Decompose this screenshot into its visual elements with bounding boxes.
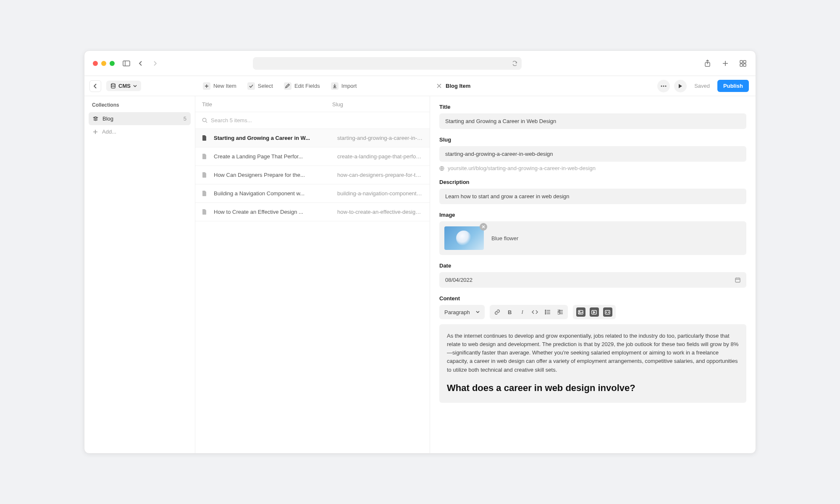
refresh-icon[interactable] [512,60,517,66]
share-icon[interactable] [704,59,712,68]
svg-point-16 [545,313,546,314]
slug-label: Slug [439,136,746,143]
svg-point-10 [663,85,664,87]
style-dropdown[interactable]: Paragraph [439,305,485,319]
list-item[interactable]: How to Create an Effective Design ... ho… [195,203,430,221]
calendar-icon [735,277,740,283]
insert-image-icon[interactable] [576,307,585,317]
import-button[interactable]: Import [328,81,360,92]
code-icon[interactable] [531,308,539,316]
content-heading: What does a career in web design involve… [447,381,739,395]
edit-fields-button[interactable]: Edit Fields [281,81,323,92]
image-picker[interactable]: Blue flower [439,221,746,255]
saved-status: Saved [694,83,710,89]
back-button[interactable] [89,80,101,92]
nav-back-icon[interactable] [136,59,145,68]
insert-video-icon[interactable] [590,307,599,317]
publish-button[interactable]: Publish [717,80,749,92]
sidebar-heading: Collections [89,102,191,112]
svg-point-14 [545,310,546,311]
title-input[interactable]: Starting and Growing a Career in Web Des… [439,113,746,129]
maximize-window-button[interactable] [110,61,115,66]
svg-rect-5 [740,64,743,66]
preview-button[interactable] [674,80,687,92]
content-label: Content [439,295,746,302]
rte-toolbar: Paragraph B I 123 [439,305,746,319]
new-tab-icon[interactable] [721,59,730,68]
nav-forward-icon[interactable] [151,59,159,68]
tabs-overview-icon[interactable] [739,59,747,68]
close-panel-button[interactable] [437,84,441,88]
chevron-down-icon [133,85,137,87]
url-bar[interactable] [253,57,522,70]
image-label: Image [439,212,746,218]
content-editor[interactable]: As the internet continues to develop and… [439,324,746,403]
list-item[interactable]: Starting and Growing a Career in W... st… [195,129,430,147]
svg-rect-13 [735,278,740,282]
checkbox-icon [247,82,255,90]
bold-icon[interactable]: B [506,308,514,316]
minimize-window-button[interactable] [101,61,106,66]
image-thumbnail [444,226,484,250]
description-input[interactable]: Learn how to start and grow a career in … [439,189,746,204]
slug-input[interactable]: starting-and-growing-a-career-in-web-des… [439,146,746,162]
app-window: CMS New Item Select Edit Fields [84,50,756,454]
date-input[interactable]: 08/04/2022 [439,272,746,288]
column-slug: Slug [332,101,423,108]
list-item[interactable]: How Can Designers Prepare for the... how… [195,166,430,184]
document-icon [202,135,208,141]
remove-image-button[interactable] [480,223,487,231]
cms-app: CMS New Item Select Edit Fields [84,76,756,453]
item-editor-panel: Blog Item Saved Publish Title Starting a… [430,96,756,453]
title-label: Title [439,104,746,110]
image-filename: Blue flower [491,235,518,242]
numbered-list-icon[interactable]: 123 [556,308,564,316]
database-icon [110,83,116,89]
globe-icon [439,166,444,171]
url-preview: yoursite.url/blog/starting-and-growing-a… [439,165,746,171]
document-icon [202,172,208,178]
italic-icon[interactable]: I [518,308,527,316]
svg-point-7 [111,84,115,85]
list-header: Title Slug [195,96,430,112]
plus-icon [93,129,98,134]
new-item-button[interactable]: New Item [200,81,239,92]
sidebar-item-blog[interactable]: Blog 5 [89,112,191,125]
select-button[interactable]: Select [245,81,276,92]
collections-sidebar: Collections Blog 5 Add... [84,96,195,453]
link-icon[interactable] [493,308,501,316]
svg-rect-3 [740,60,743,63]
sidebar-toggle-icon[interactable] [122,59,131,68]
bullet-list-icon[interactable] [543,308,552,316]
traffic-lights [93,61,115,66]
svg-point-21 [579,311,580,312]
panel-title: Blog Item [446,83,470,89]
sidebar-add-collection[interactable]: Add... [89,125,191,138]
stack-icon [93,116,98,121]
svg-point-15 [545,312,546,312]
breadcrumb-label: CMS [118,83,131,89]
list-item[interactable]: Building a Navigation Component w... bui… [195,184,430,203]
search-icon [202,118,207,123]
items-list: Title Slug Search 5 items... Starting an… [195,96,430,453]
date-label: Date [439,262,746,269]
panel-header: Blog Item Saved Publish [430,76,756,96]
plus-icon [203,82,210,90]
svg-point-9 [661,85,662,87]
insert-embed-icon[interactable] [603,307,612,317]
svg-point-8 [202,118,206,121]
more-options-button[interactable] [657,80,670,92]
chevron-down-icon [476,311,480,313]
breadcrumb-cms[interactable]: CMS [106,81,141,91]
browser-chrome [84,51,756,76]
list-item[interactable]: Create a Landing Page That Perfor... cre… [195,147,430,166]
svg-rect-4 [743,60,746,63]
column-title: Title [202,101,332,108]
svg-text:3: 3 [557,310,560,315]
content-paragraph: As the internet continues to develop and… [447,332,739,374]
document-icon [202,191,208,196]
download-icon [331,82,339,90]
close-window-button[interactable] [93,61,98,66]
description-label: Description [439,179,746,185]
search-input[interactable]: Search 5 items... [195,112,430,129]
